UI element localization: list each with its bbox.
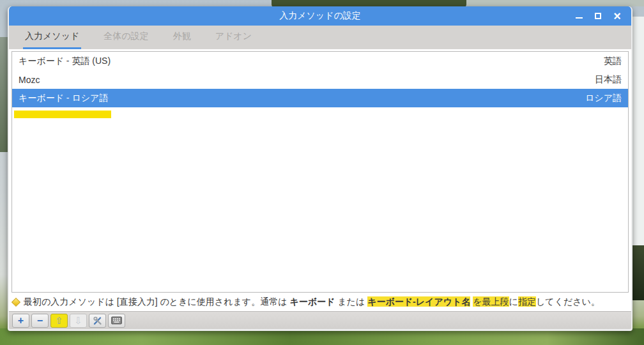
add-button[interactable]: +: [12, 314, 29, 328]
close-button[interactable]: ×: [611, 10, 624, 22]
remove-button[interactable]: −: [31, 314, 49, 328]
move-up-button[interactable]: ⇧: [50, 314, 68, 328]
minus-icon: −: [37, 316, 43, 326]
hint-text: 最初の入力メソッドは [直接入力] のときに使用されます。通常は キーボード ま…: [24, 296, 600, 308]
titlebar[interactable]: 入力メソッドの設定 ×: [9, 6, 631, 26]
list-item-keyboard-russian[interactable]: キーボード - ロシア語 ロシア語: [12, 89, 628, 107]
hint-segment: に: [509, 296, 518, 307]
hint-bar: 最初の入力メソッドは [直接入力] のときに使用されます。通常は キーボード ま…: [9, 293, 631, 311]
list-item-mozc[interactable]: Mozc 日本語: [12, 70, 628, 89]
hint-segment: してください。: [536, 296, 600, 307]
input-method-language: ロシア語: [585, 93, 622, 104]
input-method-name: キーボード - ロシア語: [19, 93, 108, 104]
hint-segment-keyboard-layout-name: キーボード-レイアウト名: [367, 296, 470, 307]
annotation-highlight-rect: [14, 111, 111, 118]
maximize-icon: [595, 13, 601, 19]
hint-segment: または: [335, 296, 367, 307]
input-method-name: Mozc: [19, 75, 40, 85]
wallpaper-dark-trees: [631, 245, 644, 300]
wallpaper-waterfall: [631, 17, 644, 245]
tab-appearance[interactable]: 外観: [171, 26, 193, 49]
minimize-button[interactable]: [572, 10, 585, 22]
window-title: 入力メソッドの設定: [279, 10, 361, 22]
input-method-list: キーボード - 英語 (US) 英語 Mozc 日本語 キーボード - ロシア語…: [12, 51, 629, 293]
plus-icon: +: [18, 316, 24, 326]
content-area: キーボード - 英語 (US) 英語 Mozc 日本語 キーボード - ロシア語…: [9, 49, 631, 293]
input-method-language: 日本語: [595, 74, 622, 86]
maximize-button[interactable]: [592, 10, 604, 22]
hint-segment-specify: 指定: [518, 296, 536, 307]
hint-segment-keyboard: キーボード: [289, 296, 335, 307]
minimize-icon: [576, 17, 583, 19]
tab-input-method[interactable]: 入力メソッド: [23, 26, 81, 49]
close-icon: ×: [613, 10, 621, 22]
arrow-up-icon: ⇧: [55, 316, 63, 325]
window-controls: ×: [572, 6, 624, 26]
input-method-language: 英語: [604, 56, 622, 67]
tab-bar: 入力メソッド 全体の設定 外観 アドオン: [9, 26, 631, 49]
wallpaper-cliff: [0, 37, 8, 152]
keyboard-layout-button[interactable]: [108, 314, 125, 328]
tab-addon[interactable]: アドオン: [213, 26, 254, 49]
configure-button[interactable]: [89, 314, 106, 328]
hint-segment-top-position: を最上段: [473, 296, 509, 307]
hint-segment: 最初の入力メソッドは [直接入力] のときに使用されます。通常は: [24, 296, 289, 307]
tools-icon: [93, 316, 103, 326]
arrow-down-icon: ⇩: [74, 316, 82, 325]
tab-global-config[interactable]: 全体の設定: [102, 26, 150, 49]
wallpaper-sky: [466, 0, 644, 6]
toolbar: + − ⇧ ⇩: [9, 311, 631, 329]
move-down-button[interactable]: ⇩: [70, 314, 87, 328]
input-method-config-window: 入力メソッドの設定 × 入力メソッド 全体の設定 外観 アドオン キーボード -…: [8, 6, 632, 331]
input-method-name: キーボード - 英語 (US): [19, 56, 111, 67]
info-diamond-icon: [12, 297, 20, 306]
keyboard-icon: [111, 316, 122, 325]
list-item-keyboard-english[interactable]: キーボード - 英語 (US) 英語: [12, 52, 628, 70]
